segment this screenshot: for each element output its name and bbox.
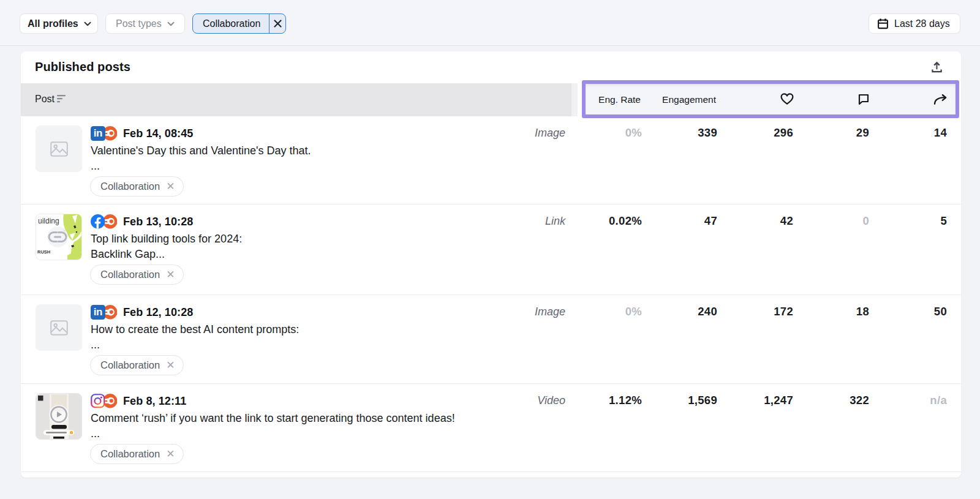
svg-text:uilding: uilding xyxy=(38,217,59,225)
svg-text:RUSH: RUSH xyxy=(37,249,50,255)
